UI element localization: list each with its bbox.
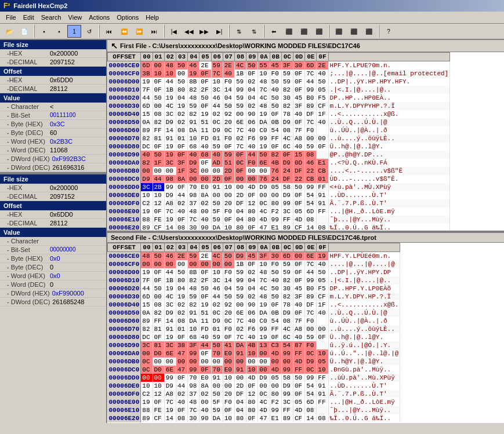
hex-cell[interactable]: 04 bbox=[223, 94, 234, 102]
hex-cell[interactable]: 91 bbox=[188, 118, 200, 126]
hex-cell[interactable]: 80 bbox=[234, 224, 246, 231]
hex-cell[interactable]: 44 bbox=[176, 191, 187, 199]
hex-cell[interactable]: 92 bbox=[223, 301, 234, 309]
hex-cell[interactable]: 50 bbox=[258, 151, 270, 159]
hex-cell[interactable]: 50 bbox=[200, 94, 211, 102]
hex-cell[interactable]: 0F bbox=[293, 199, 304, 207]
hex-cell[interactable]: 4C bbox=[281, 325, 293, 333]
hex-cell[interactable]: 46 bbox=[164, 251, 176, 260]
hex-cell[interactable]: 1B bbox=[234, 70, 246, 78]
hex-cell[interactable]: 05 bbox=[317, 86, 328, 94]
hex-cell[interactable]: 19 bbox=[141, 207, 153, 216]
hex-cell[interactable]: 0F bbox=[293, 390, 304, 398]
table-row[interactable]: 00006D80DC0F190F6840590F7C40190F6C40590F… bbox=[108, 333, 400, 341]
hex-cell[interactable]: 6D bbox=[305, 398, 317, 406]
tb-paste2[interactable]: ⬛ bbox=[362, 25, 376, 38]
tb-sync[interactable]: ⇅ bbox=[232, 25, 246, 38]
hex-cell[interactable]: 38 bbox=[176, 341, 187, 349]
hex-cell[interactable]: 2D bbox=[223, 167, 234, 175]
menu-file[interactable]: File bbox=[2, 13, 20, 22]
hex-cell[interactable]: 82 bbox=[270, 151, 281, 159]
hex-cell[interactable]: 10 bbox=[223, 224, 234, 231]
hex-cell[interactable]: FF bbox=[317, 374, 328, 382]
tb-btn-1[interactable]: 📂 bbox=[2, 25, 16, 38]
hex-cell[interactable]: 40 bbox=[293, 143, 304, 151]
hex-cell[interactable]: DF bbox=[234, 199, 246, 207]
hex-cell[interactable]: 91 bbox=[317, 390, 328, 398]
hex-cell[interactable]: 50 bbox=[223, 293, 234, 301]
hex-cell[interactable]: 50 bbox=[153, 94, 164, 102]
tb-align-4[interactable]: ⬛ bbox=[312, 25, 326, 38]
hex-cell[interactable]: 02 bbox=[176, 199, 187, 207]
table-row[interactable]: 00006E1088FE190F7C40590F04804D99FF4D08ˆþ… bbox=[108, 216, 450, 224]
hex-cell[interactable]: 02 bbox=[200, 390, 211, 398]
hex-cell[interactable]: 3F bbox=[258, 251, 270, 260]
table-row[interactable]: 00006D00190F44508B0F10F059024850590F4450… bbox=[108, 268, 400, 276]
hex-cell[interactable]: 00 bbox=[258, 366, 270, 374]
tb-find-prev2[interactable]: ⏮ bbox=[102, 25, 116, 38]
hex-cell[interactable]: 19 bbox=[164, 143, 176, 151]
hex-cell[interactable]: 7C bbox=[164, 398, 176, 406]
hex-cell[interactable]: 54 bbox=[270, 317, 281, 325]
menu-edit[interactable]: Edit bbox=[20, 13, 38, 22]
hex-cell[interactable]: 47 bbox=[258, 224, 270, 231]
hex-cell[interactable]: 54 bbox=[270, 126, 281, 134]
hex-cell[interactable]: 08 bbox=[305, 216, 317, 224]
hex-cell[interactable]: 12 bbox=[153, 199, 164, 207]
hex-cell[interactable]: 0F bbox=[246, 224, 258, 231]
hex-cell[interactable]: 89 bbox=[305, 293, 317, 301]
hex-cell[interactable]: 11 bbox=[200, 126, 211, 134]
hex-cell[interactable]: 19 bbox=[258, 110, 270, 118]
hex-cell[interactable]: 00 bbox=[223, 260, 234, 268]
hex-cell[interactable]: 70 bbox=[188, 374, 200, 382]
hex-cell[interactable]: E0 bbox=[200, 183, 211, 191]
hex-cell[interactable]: 46 bbox=[305, 159, 317, 167]
hex-cell[interactable]: D9 bbox=[305, 358, 317, 366]
tb-goto-end[interactable]: ▶| bbox=[212, 25, 226, 38]
hex-cell[interactable]: CF bbox=[153, 414, 164, 422]
hex-cell[interactable]: 91 bbox=[234, 349, 246, 358]
hex-cell[interactable]: 04 bbox=[246, 86, 258, 94]
hex-cell[interactable]: 0F bbox=[246, 70, 258, 78]
hex-cell[interactable]: 02 bbox=[211, 301, 223, 309]
hex-cell[interactable]: 82 bbox=[188, 276, 200, 285]
hex-cell[interactable]: 30 bbox=[270, 251, 281, 260]
hex-cell[interactable]: 00 bbox=[200, 358, 211, 366]
hex-cell[interactable]: 48 bbox=[258, 293, 270, 301]
hex-cell[interactable]: 00 bbox=[153, 167, 164, 175]
hex-cell[interactable]: 37 bbox=[188, 390, 200, 398]
hex-cell[interactable]: 59 bbox=[188, 293, 200, 301]
tb-prev-pg[interactable]: ◀◀ bbox=[182, 25, 196, 38]
hex-cell[interactable]: 10 bbox=[246, 349, 258, 358]
hex-cell[interactable]: 00 bbox=[164, 358, 176, 366]
hex-cell[interactable]: 30 bbox=[188, 414, 200, 422]
hex-cell[interactable]: C0 bbox=[258, 317, 270, 325]
hex-cell[interactable]: 2E bbox=[176, 251, 187, 260]
hex-cell[interactable]: 04 bbox=[176, 94, 187, 102]
hex-cell[interactable]: 20 bbox=[223, 309, 234, 317]
hex-cell[interactable]: 82 bbox=[141, 134, 153, 143]
menu-actions[interactable]: Actions bbox=[85, 13, 113, 22]
hex-cell[interactable]: D9 bbox=[164, 309, 176, 317]
hex-cell[interactable]: 0F bbox=[200, 70, 211, 78]
table-row[interactable]: 00006DB00000001F3C00002D0F00007624DF22CB… bbox=[108, 167, 450, 175]
hex-cell[interactable]: 59 bbox=[211, 216, 223, 224]
hex-cell[interactable]: 04 bbox=[234, 398, 246, 406]
hex-cell[interactable]: 99 bbox=[270, 216, 281, 224]
hex-cell[interactable]: 19 bbox=[164, 406, 176, 414]
hex-cell[interactable]: 80 bbox=[246, 398, 258, 406]
hex-cell[interactable]: 68 bbox=[188, 333, 200, 341]
hex-cell[interactable]: 00 bbox=[200, 260, 211, 268]
hex-cell[interactable]: 59 bbox=[223, 151, 234, 159]
hex-cell[interactable]: 1F bbox=[176, 167, 187, 175]
hex-cell[interactable]: 0F bbox=[293, 309, 304, 317]
hex-cell[interactable]: 98 bbox=[188, 382, 200, 390]
table-row[interactable]: 00006DE01010D944988A00002D0F0000D90F5491… bbox=[108, 382, 400, 390]
hex-cell[interactable]: 80 bbox=[270, 390, 281, 398]
hex-cell[interactable]: 00 bbox=[281, 358, 293, 366]
hex-cell[interactable]: 8A bbox=[200, 382, 211, 390]
hex-cell[interactable]: 70 bbox=[188, 183, 200, 191]
hex-cell[interactable]: 10 bbox=[153, 191, 164, 199]
hex-cell[interactable]: 90 bbox=[246, 301, 258, 309]
tb-find-next2[interactable]: ⏭ bbox=[147, 25, 161, 38]
